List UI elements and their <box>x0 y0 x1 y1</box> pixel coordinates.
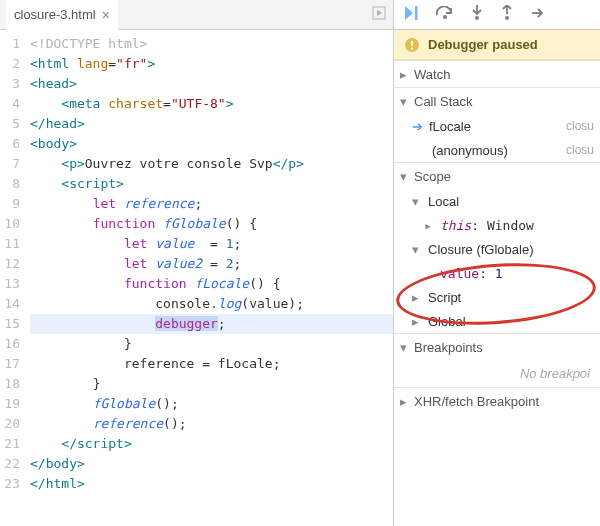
section-call-stack[interactable]: ▾ Call Stack <box>394 88 600 114</box>
code-line[interactable]: <!DOCTYPE html> <box>30 34 393 54</box>
close-icon[interactable]: × <box>102 8 110 22</box>
code-line[interactable]: function fGlobale() { <box>30 214 393 234</box>
step-into-icon[interactable] <box>470 5 484 24</box>
code-line[interactable]: } <box>30 334 393 354</box>
debug-toolbar <box>394 0 600 30</box>
step-icon[interactable] <box>530 6 544 23</box>
callstack-frame[interactable]: (anonymous)closu <box>394 138 600 162</box>
step-over-icon[interactable] <box>436 6 454 23</box>
code-line[interactable]: <head> <box>30 74 393 94</box>
chevron-down-icon: ▾ <box>400 94 410 109</box>
tab-file[interactable]: closure-3.html × <box>6 0 118 30</box>
format-icon[interactable] <box>371 5 387 24</box>
code-line[interactable]: reference = fLocale; <box>30 354 393 374</box>
code-line[interactable]: </body> <box>30 454 393 474</box>
step-out-icon[interactable] <box>500 5 514 24</box>
editor-tab-bar: closure-3.html × <box>0 0 393 30</box>
resume-icon[interactable] <box>404 6 420 23</box>
chevron-right-icon: ▸ <box>400 394 410 409</box>
chevron-down-icon: ▾ <box>412 242 422 257</box>
svg-point-2 <box>443 15 447 19</box>
code-line[interactable]: <meta charset="UTF-8"> <box>30 94 393 114</box>
code-line[interactable]: <body> <box>30 134 393 154</box>
no-breakpoints-label: No breakpoi <box>394 360 600 387</box>
debugger-sidebar: Debugger paused ▸ Watch ▾ Call Stack ➔fL… <box>394 0 600 526</box>
code-line[interactable]: reference(); <box>30 414 393 434</box>
callstack-frame[interactable]: ➔fLocaleclosu <box>394 114 600 138</box>
svg-rect-7 <box>411 47 413 49</box>
scope-local-this[interactable]: ▸ this: Window <box>394 213 600 237</box>
code-line[interactable]: <html lang="fr"> <box>30 54 393 74</box>
code-area[interactable]: 1234567891011121314151617181920212223 <!… <box>0 30 393 526</box>
section-scope[interactable]: ▾ Scope <box>394 163 600 189</box>
section-xhr-breakpoints[interactable]: ▸ XHR/fetch Breakpoint <box>394 388 600 414</box>
svg-rect-1 <box>415 6 418 20</box>
code-line[interactable]: console.log(value); <box>30 294 393 314</box>
code-line[interactable]: fGlobale(); <box>30 394 393 414</box>
chevron-down-icon: ▾ <box>400 169 410 184</box>
code-line[interactable]: <p>Ouvrez votre console Svp</p> <box>30 154 393 174</box>
info-icon <box>404 37 420 53</box>
code-line[interactable]: let value2 = 2; <box>30 254 393 274</box>
code-line[interactable]: debugger; <box>30 314 393 334</box>
current-frame-icon: ➔ <box>412 119 423 134</box>
scope-local[interactable]: ▾ Local <box>394 189 600 213</box>
scope-closure-value[interactable]: value: 1 <box>394 261 600 285</box>
scope-closure[interactable]: ▾ Closure (fGlobale) <box>394 237 600 261</box>
code-line[interactable]: function fLocale() { <box>30 274 393 294</box>
chevron-down-icon: ▾ <box>400 340 410 355</box>
chevron-right-icon: ▸ <box>412 290 422 305</box>
scope-script[interactable]: ▸ Script <box>394 285 600 309</box>
chevron-down-icon: ▾ <box>412 194 422 209</box>
code-line[interactable]: } <box>30 374 393 394</box>
editor-pane: closure-3.html × 12345678910111213141516… <box>0 0 394 526</box>
section-breakpoints[interactable]: ▾ Breakpoints <box>394 334 600 360</box>
scope-global[interactable]: ▸ Global <box>394 309 600 333</box>
code-line[interactable]: let value = 1; <box>30 234 393 254</box>
svg-point-4 <box>505 16 509 20</box>
svg-point-3 <box>475 16 479 20</box>
svg-rect-6 <box>411 41 413 46</box>
line-gutter: 1234567891011121314151617181920212223 <box>0 30 26 526</box>
code-line[interactable]: </script> <box>30 434 393 454</box>
chevron-right-icon: ▸ <box>424 218 434 233</box>
paused-label: Debugger paused <box>428 37 538 52</box>
code-line[interactable]: let reference; <box>30 194 393 214</box>
code-line[interactable]: </html> <box>30 474 393 494</box>
code-line[interactable]: <script> <box>30 174 393 194</box>
code-line[interactable]: </head> <box>30 114 393 134</box>
section-watch[interactable]: ▸ Watch <box>394 61 600 87</box>
chevron-right-icon: ▸ <box>412 314 422 329</box>
chevron-right-icon: ▸ <box>400 67 410 82</box>
tab-filename: closure-3.html <box>14 7 96 22</box>
code-body[interactable]: <!DOCTYPE html><html lang="fr"><head> <m… <box>26 30 393 526</box>
debugger-paused-banner: Debugger paused <box>394 30 600 60</box>
